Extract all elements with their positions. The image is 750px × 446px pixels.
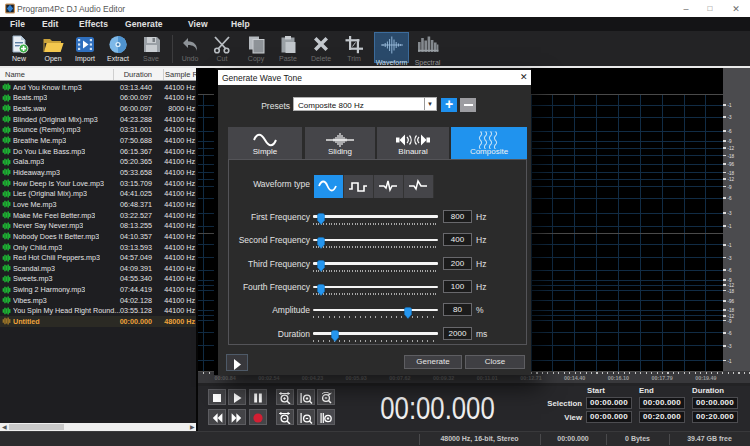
- svg-text:-18: -18: [728, 171, 735, 176]
- svg-text:-12: -12: [728, 283, 735, 288]
- svg-text:00:17.79: 00:17.79: [651, 375, 672, 381]
- svg-text:-3: -3: [728, 344, 733, 349]
- svg-text:00:04.23: 00:04.23: [302, 375, 323, 381]
- svg-text:-9: -9: [728, 319, 733, 324]
- svg-text:-1: -1: [728, 243, 733, 248]
- svg-text:-1: -1: [728, 103, 733, 108]
- svg-text:-96: -96: [728, 299, 735, 304]
- svg-text:-12: -12: [728, 177, 735, 182]
- svg-text:00:19.49: 00:19.49: [695, 375, 716, 381]
- svg-text:00:09.32: 00:09.32: [433, 375, 454, 381]
- svg-text:-18: -18: [728, 308, 735, 313]
- svg-text:-6: -6: [728, 129, 733, 134]
- svg-text:00:07.62: 00:07.62: [389, 375, 410, 381]
- svg-text:-6: -6: [728, 331, 733, 336]
- svg-text:-12: -12: [728, 146, 735, 151]
- svg-text:-18: -18: [728, 154, 735, 159]
- svg-text:00:11.01: 00:11.01: [477, 375, 498, 381]
- svg-text:00:05.93: 00:05.93: [346, 375, 367, 381]
- svg-text:-9: -9: [728, 139, 733, 144]
- svg-text:-3: -3: [728, 115, 733, 120]
- svg-text:00:02.54: 00:02.54: [258, 375, 279, 381]
- svg-text:-3: -3: [728, 256, 733, 261]
- svg-text:-3: -3: [728, 211, 733, 216]
- svg-text:-96: -96: [728, 162, 735, 167]
- svg-text:00:12.71: 00:12.71: [520, 375, 541, 381]
- svg-text:-9: -9: [728, 185, 733, 190]
- svg-text:-6: -6: [728, 268, 733, 273]
- svg-text:-18: -18: [728, 289, 735, 294]
- svg-text:-6: -6: [728, 196, 733, 201]
- svg-text:-1: -1: [728, 359, 733, 364]
- svg-text:-1: -1: [728, 224, 733, 229]
- svg-text:00:14.40: 00:14.40: [564, 375, 585, 381]
- svg-text:00:00.84: 00:00.84: [214, 375, 235, 381]
- svg-text:00:16.10: 00:16.10: [608, 375, 629, 381]
